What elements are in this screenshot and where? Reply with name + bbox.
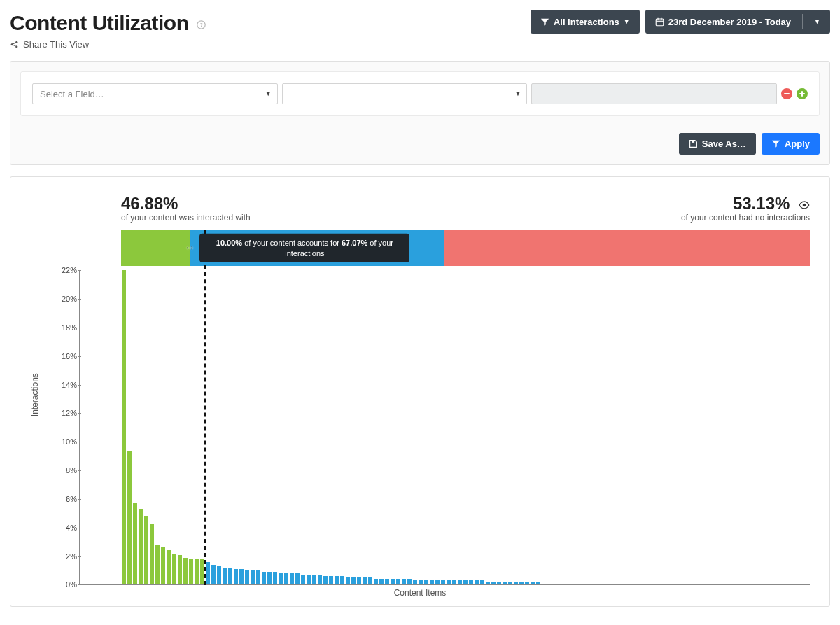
chart-bar[interactable]	[486, 582, 490, 584]
y-tick: 8%	[49, 466, 77, 475]
chart-bar[interactable]	[155, 545, 160, 584]
chart-bar[interactable]	[424, 580, 428, 584]
chart-bar[interactable]	[133, 503, 137, 584]
chart-bar[interactable]	[262, 572, 266, 584]
chart-bar[interactable]	[413, 580, 417, 584]
summary-no-interactions: 53.13% of your content had no interactio…	[681, 194, 810, 223]
overview-segment-none[interactable]	[444, 230, 810, 266]
chart-bar[interactable]	[172, 554, 176, 585]
chart-bar[interactable]	[295, 573, 300, 584]
chart-bar[interactable]	[206, 562, 210, 585]
chart-bar[interactable]	[329, 576, 333, 584]
chart-bar[interactable]	[323, 576, 328, 584]
chart-bar[interactable]	[536, 582, 540, 584]
chart-bar[interactable]	[525, 582, 529, 584]
interactions-filter-button[interactable]: All Interactions ▼	[531, 10, 640, 34]
chart-bar[interactable]	[480, 580, 484, 584]
chart-bar[interactable]	[346, 577, 350, 584]
svg-rect-8	[799, 93, 805, 94]
chart-bar[interactable]	[183, 558, 188, 585]
share-view-link[interactable]: Share This View	[10, 39, 89, 50]
chart-bar[interactable]	[195, 559, 199, 585]
chart-bar[interactable]	[407, 579, 412, 584]
chart-bar[interactable]	[469, 580, 473, 584]
chart-bar[interactable]	[251, 570, 255, 584]
chart-bar[interactable]	[239, 569, 244, 584]
chart-bar[interactable]	[447, 580, 451, 584]
add-filter-button[interactable]	[797, 88, 808, 99]
chart-bar[interactable]	[144, 516, 148, 584]
chart-bar[interactable]	[150, 524, 154, 585]
chart-bar[interactable]	[301, 575, 305, 584]
chart-bar[interactable]	[256, 570, 260, 584]
chart-bar[interactable]	[396, 579, 400, 584]
apply-button[interactable]: Apply	[762, 133, 820, 155]
no-interactions-pct: 53.13%	[681, 194, 810, 213]
chart-bar[interactable]	[508, 582, 512, 584]
chart-bar[interactable]	[391, 579, 395, 584]
chart-bar[interactable]	[514, 582, 518, 584]
chart-bar[interactable]	[363, 577, 367, 584]
chart-bar[interactable]	[385, 579, 389, 584]
chart-bar[interactable]	[312, 575, 316, 584]
chart-bar[interactable]	[475, 580, 479, 584]
chart-bar[interactable]	[340, 576, 344, 584]
chart-bar[interactable]	[211, 565, 216, 585]
chart-bar[interactable]	[290, 573, 294, 584]
chart-bar[interactable]	[228, 568, 232, 584]
chart-bar[interactable]	[245, 570, 249, 584]
chart-bar[interactable]	[318, 575, 322, 584]
chart-bar[interactable]	[122, 270, 126, 584]
threshold-drag-handle[interactable]: ↔	[184, 241, 195, 254]
chart-bar[interactable]	[167, 550, 171, 584]
overview-bar[interactable]: ↔10.00% of your content accounts for 67.…	[121, 230, 810, 266]
date-range-button[interactable]: 23rd December 2019 - Today ▼	[645, 10, 830, 34]
chart-bar[interactable]	[267, 572, 272, 584]
chart-bar[interactable]	[430, 580, 434, 584]
remove-filter-button[interactable]	[781, 88, 792, 99]
chart-bar[interactable]	[307, 575, 311, 584]
value-select[interactable]: ▼	[282, 83, 528, 104]
chart-bar[interactable]	[234, 569, 238, 584]
chart-bar[interactable]	[519, 582, 524, 584]
chart-bar[interactable]	[419, 580, 423, 584]
chart-bar[interactable]	[357, 577, 361, 584]
chart-bar[interactable]	[503, 582, 507, 584]
chart-bar[interactable]	[189, 559, 193, 585]
chart-bar[interactable]	[217, 566, 221, 585]
chart-bar[interactable]	[497, 582, 501, 584]
interacted-label: of your content was interacted with	[121, 213, 251, 223]
chart-bar[interactable]	[491, 582, 496, 584]
chart-bar[interactable]	[458, 580, 462, 584]
field-select[interactable]: Select a Field… ▼	[32, 83, 278, 104]
chart-bar[interactable]	[441, 580, 445, 584]
chart-bar[interactable]	[402, 579, 406, 584]
y-tick: 14%	[49, 381, 77, 389]
chart-bar[interactable]	[279, 573, 283, 584]
chart-bar[interactable]	[273, 572, 277, 584]
chart-bar[interactable]	[531, 582, 535, 584]
chart-bar[interactable]	[379, 579, 384, 584]
help-icon[interactable]: ?	[197, 18, 206, 30]
chart-bar[interactable]	[178, 555, 182, 585]
page-title-text: Content Utilization	[10, 11, 188, 34]
chart-bar[interactable]	[161, 547, 165, 584]
chart-bar[interactable]	[351, 577, 356, 584]
chart-bar[interactable]	[374, 579, 378, 584]
eye-icon[interactable]	[799, 200, 810, 211]
chart-bar[interactable]	[368, 577, 372, 584]
overview-segment-top[interactable]	[121, 230, 190, 266]
chart-bar[interactable]	[435, 580, 440, 584]
chart-bar[interactable]	[139, 509, 143, 584]
chart-bar[interactable]	[284, 573, 288, 584]
chart-bars	[122, 270, 810, 584]
save-as-button[interactable]: Save As…	[679, 133, 756, 155]
save-icon	[689, 139, 698, 149]
chart-bar[interactable]	[452, 580, 456, 584]
search-input-disabled	[531, 83, 777, 104]
chart-bar[interactable]	[463, 580, 468, 584]
chart-bar[interactable]	[127, 451, 132, 585]
chart-bar[interactable]	[335, 576, 339, 584]
threshold-line	[204, 230, 206, 585]
chart-bar[interactable]	[223, 568, 227, 584]
